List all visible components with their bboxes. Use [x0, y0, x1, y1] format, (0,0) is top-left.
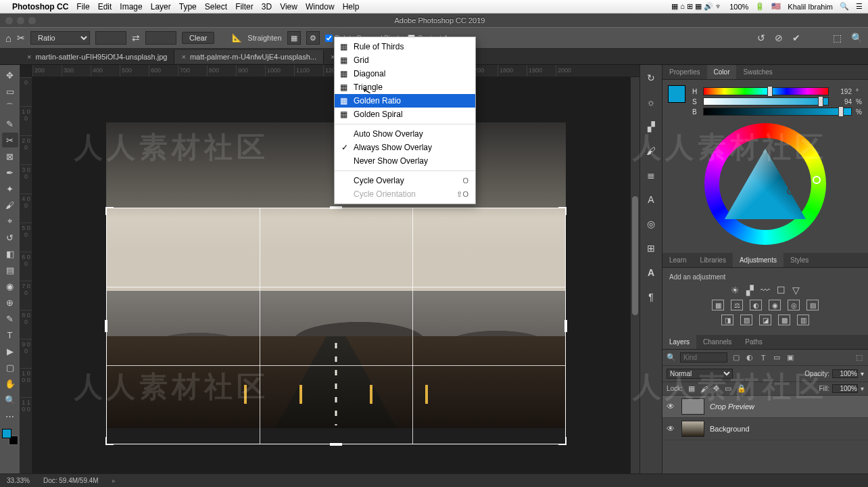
curves-icon[interactable]: 〰: [761, 285, 770, 296]
move-tool[interactable]: ✥: [2, 68, 18, 83]
overlay-option-triangle[interactable]: ▦Triangle: [335, 80, 475, 94]
crop-tool[interactable]: ✂: [2, 133, 18, 147]
crop-handle-bl[interactable]: [105, 437, 114, 445]
overlay-option-golden-spiral[interactable]: ▦Golden Spiral: [335, 108, 475, 121]
crop-handle-tl[interactable]: [105, 207, 114, 215]
menu-window[interactable]: Window: [306, 2, 335, 11]
search-icon[interactable]: 🔍: [851, 32, 863, 43]
panel-tab-swatches[interactable]: Swatches: [736, 65, 779, 79]
photo-filter-icon[interactable]: ◉: [769, 300, 781, 310]
overlay-option-cycle-overlay[interactable]: Cycle OverlayO: [335, 174, 475, 187]
share-icon[interactable]: ⬚: [833, 32, 842, 43]
paragraph-styles-panel-icon[interactable]: ¶: [645, 291, 657, 303]
home-icon[interactable]: ⌂: [5, 32, 11, 44]
overlay-option-grid[interactable]: ▦Grid: [335, 53, 475, 67]
gradient-map-icon[interactable]: ▥: [797, 315, 809, 325]
window-controls[interactable]: [5, 17, 36, 24]
panel-tab-libraries[interactable]: Libraries: [694, 253, 733, 267]
overlay-grid-button[interactable]: ▦: [287, 31, 301, 45]
overlay-option-rule-of-thirds[interactable]: ▦Rule of Thirds: [335, 40, 475, 53]
color-wheel[interactable]: [704, 123, 826, 245]
menu-filter[interactable]: Filter: [235, 2, 254, 11]
eyedropper-tool[interactable]: ✒: [2, 165, 18, 180]
hue-sat-icon[interactable]: ▦: [712, 300, 724, 310]
frame-tool[interactable]: ⊠: [2, 149, 18, 164]
blur-tool[interactable]: ◉: [2, 279, 18, 294]
lasso-tool[interactable]: ⌒: [2, 100, 18, 115]
crop-handle-b[interactable]: [330, 443, 342, 446]
lock-image-icon[interactable]: 🖌: [700, 385, 708, 393]
levels-icon[interactable]: ▞: [746, 285, 754, 296]
opacity-dropdown-icon[interactable]: ▾: [861, 370, 864, 377]
layer-name[interactable]: Crop Preview: [710, 402, 754, 411]
layer-thumbnail[interactable]: [681, 398, 704, 415]
histogram-panel-icon[interactable]: ▞: [645, 120, 657, 133]
posterize-icon[interactable]: ▨: [740, 315, 752, 325]
close-tab-icon[interactable]: ×: [27, 53, 31, 61]
saturation-value[interactable]: 94: [833, 98, 852, 106]
doc-size[interactable]: Doc: 59.4M/59.4M: [43, 477, 99, 484]
info-panel-icon[interactable]: ◎: [645, 218, 657, 230]
user-name[interactable]: Khalil Ibrahim: [788, 3, 833, 11]
crop-handle-tr[interactable]: [558, 207, 566, 215]
eraser-tool[interactable]: ◧: [2, 246, 18, 261]
overlay-option-never-show-overlay[interactable]: Never Show Overlay: [335, 154, 475, 168]
brush-tool[interactable]: 🖌: [2, 198, 18, 212]
crop-preset-select[interactable]: Ratio: [30, 31, 90, 45]
notification-icon[interactable]: ☰: [856, 2, 863, 11]
overlay-settings-button[interactable]: ⚙: [306, 31, 320, 45]
app-name[interactable]: Photoshop CC: [12, 2, 68, 11]
panel-tab-learn[interactable]: Learn: [662, 253, 694, 267]
blend-mode-select[interactable]: Normal: [667, 369, 733, 379]
bw-icon[interactable]: ◐: [750, 300, 762, 310]
overlay-option-diagonal[interactable]: ▦Diagonal: [335, 67, 475, 80]
filter-pixel-icon[interactable]: ▢: [731, 353, 741, 363]
exposure-icon[interactable]: ☐: [777, 285, 786, 296]
fill-dropdown-icon[interactable]: ▾: [861, 385, 864, 392]
overlay-option-golden-ratio[interactable]: ▦Golden Ratio: [335, 94, 475, 108]
foreground-color-swatch[interactable]: [668, 85, 685, 103]
panel-tab-properties[interactable]: Properties: [662, 65, 707, 79]
lock-transparency-icon[interactable]: ▦: [688, 384, 695, 393]
hue-value[interactable]: 192: [833, 88, 852, 95]
straighten-icon[interactable]: 📐: [232, 33, 242, 43]
panel-tab-adjustments[interactable]: Adjustments: [733, 253, 783, 267]
vertical-scrollbar[interactable]: [630, 77, 640, 473]
filter-type-icon[interactable]: T: [758, 353, 768, 363]
panel-tab-color[interactable]: Color: [707, 65, 737, 79]
cancel-crop-icon[interactable]: ⊘: [775, 32, 783, 43]
layer-visibility-icon[interactable]: 👁: [667, 402, 676, 411]
spotlight-icon[interactable]: 🔍: [840, 2, 849, 11]
menu-layer[interactable]: Layer: [151, 2, 171, 11]
history-panel-icon[interactable]: ↻: [645, 72, 657, 84]
menu-image[interactable]: Image: [120, 2, 142, 11]
crop-handle-br[interactable]: [558, 437, 566, 445]
lock-artboard-icon[interactable]: ▭: [725, 384, 731, 393]
gradient-tool[interactable]: ▤: [2, 262, 18, 277]
dodge-tool[interactable]: ⊕: [2, 295, 18, 310]
lock-position-icon[interactable]: ✥: [713, 384, 719, 393]
panel-tab-paths[interactable]: Paths: [738, 335, 769, 349]
brush-panel-icon[interactable]: 🖌: [645, 145, 657, 157]
zoom-tool[interactable]: 🔍: [2, 392, 18, 407]
selective-color-icon[interactable]: ▩: [778, 315, 790, 325]
color-lookup-icon[interactable]: ▤: [806, 300, 819, 310]
layer-name[interactable]: Background: [710, 425, 750, 433]
panel-tab-channels[interactable]: Channels: [696, 335, 738, 349]
lock-all-icon[interactable]: 🔒: [737, 384, 746, 393]
document-tab[interactable]: ×martin-sattler-uFIH95iOfJ4-unsplash.jpg: [20, 50, 174, 64]
shape-tool[interactable]: ▢: [2, 360, 18, 375]
menu-type[interactable]: Type: [179, 2, 197, 11]
type-styles-panel-icon[interactable]: A: [645, 266, 657, 279]
channel-mixer-icon[interactable]: ◎: [788, 300, 800, 310]
menu-edit[interactable]: Edit: [98, 2, 112, 11]
invert-icon[interactable]: ◨: [721, 315, 733, 325]
close-tab-icon[interactable]: ×: [181, 53, 185, 61]
brightness-contrast-icon[interactable]: ☀: [731, 285, 740, 296]
threshold-icon[interactable]: ◪: [759, 315, 771, 325]
saturation-slider[interactable]: [703, 97, 829, 106]
filter-shape-icon[interactable]: ▭: [772, 353, 781, 363]
crop-width-input[interactable]: [95, 31, 126, 45]
pen-tool[interactable]: ✎: [2, 311, 18, 326]
crop-handle-l[interactable]: [105, 320, 107, 332]
